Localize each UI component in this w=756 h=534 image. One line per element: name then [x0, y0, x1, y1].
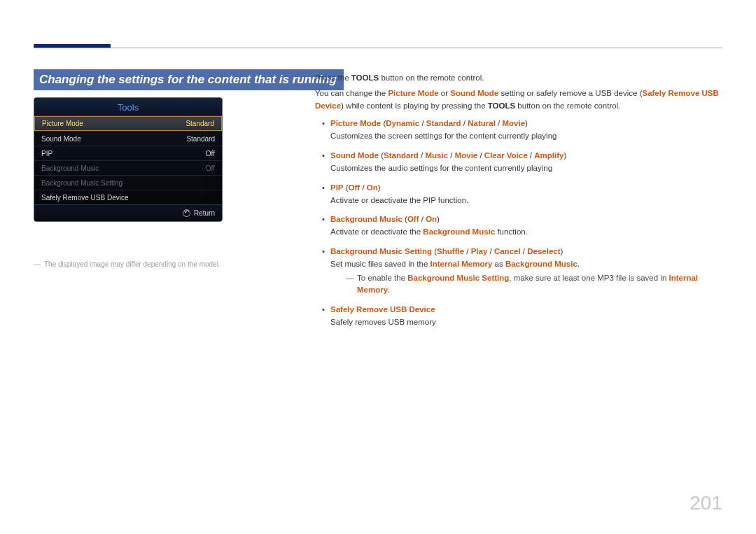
tools-row-label: Background Music	[41, 164, 99, 172]
tools-row-value: Off	[206, 150, 215, 157]
tools-row-label: Background Music Setting	[41, 179, 122, 187]
tools-row[interactable]: Picture ModeStandard	[34, 116, 222, 131]
tools-row[interactable]: PIPOff	[34, 146, 222, 160]
tools-row[interactable]: Safely Remove USB Device	[34, 190, 222, 204]
page-number: 201	[690, 492, 722, 514]
tools-row-label: PIP	[41, 150, 52, 157]
tools-row-label: Safely Remove USB Device	[41, 194, 129, 202]
item-picture-mode: Picture Mode (Dynamic / Standard / Natur…	[315, 118, 722, 143]
section-title: Changing the settings for the content th…	[34, 69, 344, 90]
tools-panel: Tools Picture ModeStandardSound ModeStan…	[34, 97, 223, 222]
item-bg-music: Background Music (Off / On) Activate or …	[315, 213, 722, 239]
tools-row[interactable]: Background MusicOff	[34, 160, 222, 175]
top-accent-bar	[34, 44, 111, 48]
tools-row-label: Picture Mode	[42, 120, 83, 127]
tools-row[interactable]: Background Music Setting	[34, 175, 222, 190]
tools-row[interactable]: Sound ModeStandard	[34, 131, 222, 146]
return-icon	[183, 209, 190, 217]
tools-row-value: Off	[206, 164, 215, 172]
bgms-subnote: To enable the Background Music Setting, …	[346, 272, 722, 297]
tools-row-value: Standard	[186, 135, 215, 143]
feature-list: Picture Mode (Dynamic / Standard / Natur…	[315, 118, 722, 328]
return-label: Return	[194, 209, 215, 217]
item-bg-music-setting: Background Music Setting (Shuffle / Play…	[315, 246, 722, 297]
item-safely-remove: Safely Remove USB Device Safely removes …	[315, 304, 722, 329]
intro-line-1: Press the TOOLS button on the remote con…	[315, 72, 722, 85]
tools-footer: Return	[34, 204, 222, 221]
intro-line-2: You can change the Picture Mode or Sound…	[315, 87, 722, 113]
item-sound-mode: Sound Mode (Standard / Music / Movie / C…	[315, 150, 722, 175]
item-pip: PIP (Off / On) Activate or deactivate th…	[315, 182, 722, 207]
tools-rows-container: Picture ModeStandardSound ModeStandardPI…	[34, 116, 222, 204]
top-rule	[34, 48, 722, 48]
right-column: Press the TOOLS button on the remote con…	[315, 72, 722, 336]
tools-panel-title: Tools	[34, 98, 222, 116]
tools-row-value: Standard	[186, 120, 214, 127]
tools-row-label: Sound Mode	[41, 135, 81, 143]
